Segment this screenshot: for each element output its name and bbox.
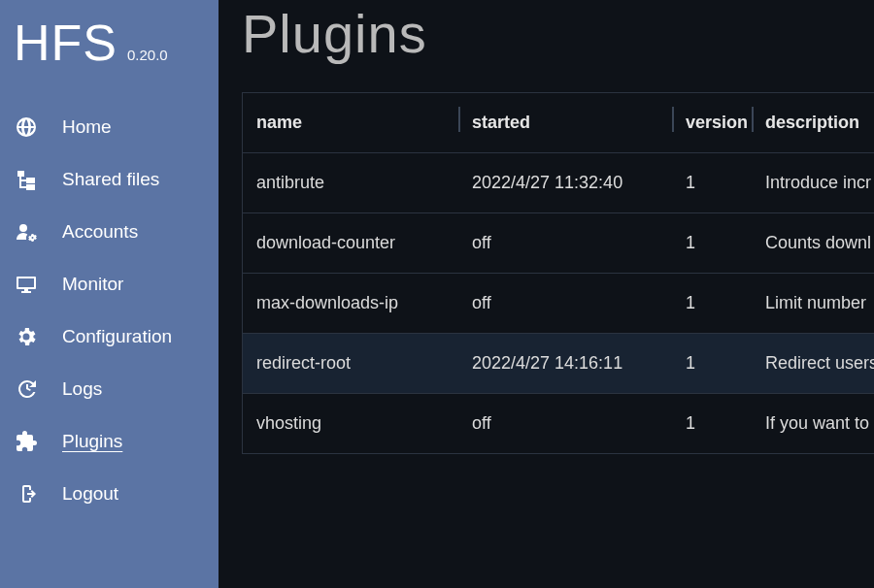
sidebar-item-logs[interactable]: Logs	[0, 363, 218, 415]
cell-version: 1	[672, 213, 752, 274]
brand-version: 0.20.0	[127, 47, 168, 63]
sidebar-item-label: Logout	[62, 483, 118, 505]
sidebar-item-label: Home	[62, 116, 112, 138]
cell-started: 2022/4/27 14:16:11	[458, 334, 672, 394]
sidebar-nav: Home Shared files Accounts Monitor	[0, 101, 218, 520]
table-row[interactable]: max-downloads-ip off 1 Limit number	[243, 274, 874, 334]
cell-version: 1	[672, 153, 752, 213]
page-title: Plugins	[242, 0, 874, 92]
cell-name: redirect-root	[243, 334, 458, 394]
gear-icon	[14, 324, 39, 349]
column-header-started[interactable]: started	[458, 93, 672, 153]
sidebar-item-label: Monitor	[62, 274, 123, 295]
table-row[interactable]: antibrute 2022/4/27 11:32:40 1 Introduce…	[243, 153, 874, 213]
cell-name: download-counter	[243, 213, 458, 274]
cell-description: If you want to	[752, 394, 874, 454]
cell-description: Redirect users	[752, 334, 874, 394]
cell-started: off	[458, 394, 672, 454]
globe-icon	[14, 114, 39, 140]
sidebar-item-monitor[interactable]: Monitor	[0, 258, 218, 310]
sidebar-item-accounts[interactable]: Accounts	[0, 206, 218, 258]
column-header-name[interactable]: name	[243, 93, 458, 153]
sidebar-item-label: Configuration	[62, 326, 172, 347]
plugins-table: name started version description antibru…	[242, 92, 874, 454]
history-icon	[14, 376, 39, 402]
cell-description: Counts downl	[752, 213, 874, 274]
cell-name: max-downloads-ip	[243, 274, 458, 334]
cell-name: vhosting	[243, 394, 458, 454]
sidebar-item-plugins[interactable]: Plugins	[0, 415, 218, 468]
tree-icon	[14, 167, 39, 192]
sidebar: HFS 0.20.0 Home Shared files Accoun	[0, 0, 218, 588]
user-gear-icon	[14, 219, 39, 245]
cell-started: off	[458, 274, 672, 334]
sidebar-item-label: Logs	[62, 378, 102, 400]
sidebar-item-home[interactable]: Home	[0, 101, 218, 153]
monitor-icon	[14, 272, 39, 297]
sidebar-item-label: Shared files	[62, 169, 159, 190]
cell-started: 2022/4/27 11:32:40	[458, 153, 672, 213]
table-header-row: name started version description	[243, 93, 874, 153]
sidebar-item-shared-files[interactable]: Shared files	[0, 153, 218, 206]
main: Plugins name started version description	[218, 0, 874, 588]
brand-title: HFS	[14, 14, 118, 72]
sidebar-item-configuration[interactable]: Configuration	[0, 310, 218, 363]
table-row[interactable]: redirect-root 2022/4/27 14:16:11 1 Redir…	[243, 334, 874, 394]
puzzle-icon	[14, 429, 39, 454]
table-row[interactable]: download-counter off 1 Counts downl	[243, 213, 874, 274]
table-row[interactable]: vhosting off 1 If you want to	[243, 394, 874, 454]
cell-description: Limit number	[752, 274, 874, 334]
sidebar-item-logout[interactable]: Logout	[0, 468, 218, 520]
cell-name: antibrute	[243, 153, 458, 213]
column-header-description[interactable]: description	[752, 93, 874, 153]
sidebar-item-label: Accounts	[62, 221, 138, 243]
cell-version: 1	[672, 334, 752, 394]
logout-icon	[14, 481, 39, 506]
column-header-version[interactable]: version	[672, 93, 752, 153]
sidebar-item-label: Plugins	[62, 431, 122, 452]
cell-version: 1	[672, 274, 752, 334]
cell-version: 1	[672, 394, 752, 454]
cell-started: off	[458, 213, 672, 274]
cell-description: Introduce incr	[752, 153, 874, 213]
brand: HFS 0.20.0	[0, 10, 218, 101]
